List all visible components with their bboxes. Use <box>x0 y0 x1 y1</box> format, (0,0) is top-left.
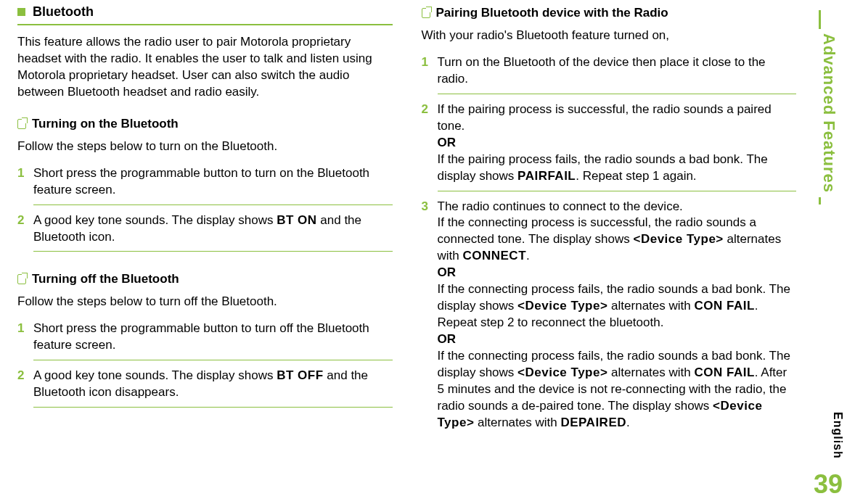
step-body: Short press the programmable button to t… <box>33 321 393 360</box>
step-text: . Repeat step 1 again. <box>576 169 696 183</box>
subheading-text: Turning on the Bluetooth <box>32 117 179 131</box>
device-type: <Device Type> <box>517 299 607 313</box>
side-language-label: English <box>831 412 844 459</box>
display-code: CONNECT <box>462 249 526 263</box>
right-column: Pairing Bluetooth device with the Radio … <box>422 0 797 504</box>
heading-text: Bluetooth <box>33 4 94 20</box>
step-number: 1 <box>422 54 438 99</box>
lead-text: Follow the steps below to turn off the B… <box>17 294 393 310</box>
step-text: If the pairing process is successful, th… <box>438 102 772 133</box>
step-number: 2 <box>17 368 33 412</box>
intro-paragraph: This feature allows the radio user to pa… <box>17 34 393 101</box>
display-code: CON FAIL <box>694 299 754 313</box>
or-label: OR <box>438 136 457 149</box>
subheading-text: Turning off the Bluetooth <box>32 272 179 286</box>
step-body: A good key tone sounds. The display show… <box>33 368 393 408</box>
subheading-turn-on: Turning on the Bluetooth <box>17 117 393 131</box>
or-label: OR <box>438 265 457 279</box>
subheading-turn-off: Turning off the Bluetooth <box>17 272 393 286</box>
step-text: . <box>526 249 530 263</box>
subheading-pairing: Pairing Bluetooth device with the Radio <box>422 6 797 20</box>
section-heading-bluetooth: Bluetooth <box>17 4 393 20</box>
step-text: The radio continues to connect to the de… <box>438 199 683 213</box>
step-number: 2 <box>422 102 438 196</box>
step-body: If the pairing process is successful, th… <box>438 102 797 191</box>
step-text: alternates with <box>607 299 694 313</box>
step-item: 1 Short press the programmable button to… <box>17 165 393 210</box>
step-text: A good key tone sounds. The display show… <box>33 368 277 382</box>
step-body: A good key tone sounds. The display show… <box>33 212 393 252</box>
procedure-icon <box>17 119 26 129</box>
procedure-icon <box>17 274 26 284</box>
display-code: BT OFF <box>277 368 323 382</box>
lead-text: With your radio's Bluetooth feature turn… <box>422 28 797 44</box>
display-code: BT ON <box>277 213 316 227</box>
step-body: Short press the programmable button to t… <box>33 165 393 205</box>
device-type: <Device Type> <box>517 365 607 379</box>
procedure-icon <box>422 8 430 18</box>
step-text: . <box>626 416 630 429</box>
page-number: 39 <box>814 469 843 500</box>
lead-text: Follow the steps below to turn on the Bl… <box>17 139 393 155</box>
step-body: Turn on the Bluetooth of the device then… <box>438 54 797 94</box>
step-text: alternates with <box>474 416 560 429</box>
display-code: PAIRFAIL <box>517 169 576 183</box>
bullet-square-icon <box>17 8 25 16</box>
step-item: 2 A good key tone sounds. The display sh… <box>17 368 393 412</box>
step-item: 2 If the pairing process is successful, … <box>422 102 797 196</box>
step-item: 3 The radio continues to connect to the … <box>422 199 797 434</box>
step-item: 1 Short press the programmable button to… <box>17 321 393 365</box>
or-label: OR <box>438 332 457 346</box>
subheading-text: Pairing Bluetooth device with the Radio <box>436 6 668 20</box>
heading-underline <box>17 24 393 25</box>
display-code: CON FAIL <box>694 365 754 379</box>
page-content: Bluetooth This feature allows the radio … <box>0 0 847 504</box>
device-type: <Device Type> <box>633 232 723 246</box>
step-text: alternates with <box>607 365 694 379</box>
side-tab-label: Advanced Features <box>817 29 841 197</box>
left-column: Bluetooth This feature allows the radio … <box>17 0 393 504</box>
step-number: 1 <box>17 321 33 365</box>
step-body: The radio continues to connect to the de… <box>438 199 797 431</box>
step-number: 3 <box>422 199 438 434</box>
step-item: 1 Turn on the Bluetooth of the device th… <box>422 54 797 99</box>
display-code: DEPAIRED <box>560 416 626 429</box>
step-number: 2 <box>17 212 33 257</box>
step-number: 1 <box>17 165 33 210</box>
step-text: A good key tone sounds. The display show… <box>33 213 277 227</box>
step-item: 2 A good key tone sounds. The display sh… <box>17 212 393 257</box>
